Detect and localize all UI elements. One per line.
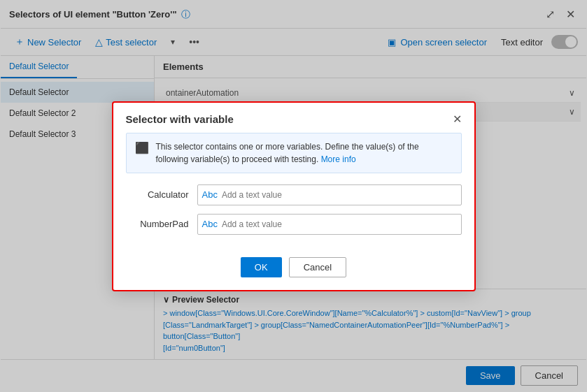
modal-close-button[interactable]: ✕ xyxy=(453,112,462,126)
modal-footer: OK Cancel xyxy=(113,254,474,290)
modal-selector-variable: Selector with variable ✕ ⬛ This selector… xyxy=(112,101,476,291)
numberpad-input[interactable] xyxy=(222,219,457,229)
text-field-icon-numberpad: Abc xyxy=(202,219,218,229)
modal-cancel-button[interactable]: Cancel xyxy=(289,257,346,277)
field-input-wrap-calculator: Abc xyxy=(197,184,462,205)
field-input-wrap-numberpad: Abc xyxy=(197,214,462,235)
modal-info-box: ⬛ This selector contains one or more var… xyxy=(126,133,462,173)
modal-header: Selector with variable ✕ xyxy=(113,103,474,133)
text-field-icon-calculator: Abc xyxy=(202,189,218,200)
more-info-link[interactable]: More info xyxy=(321,154,356,164)
modal-fields: Calculator Abc NumberPad Abc xyxy=(113,182,474,254)
modal-info-text: This selector contains one or more varia… xyxy=(156,140,453,166)
modal-overlay: Selector with variable ✕ ⬛ This selector… xyxy=(1,1,586,391)
field-row-numberpad: NumberPad Abc xyxy=(126,214,462,235)
field-label-numberpad: NumberPad xyxy=(126,219,189,229)
calculator-input[interactable] xyxy=(222,190,457,200)
modal-title: Selector with variable xyxy=(126,113,234,125)
info-box-icon: ⬛ xyxy=(135,141,149,154)
field-row-calculator: Calculator Abc xyxy=(126,184,462,205)
field-label-calculator: Calculator xyxy=(126,189,189,200)
main-window: Selectors of UI element "Button 'Zero'" … xyxy=(0,0,587,392)
modal-ok-button[interactable]: OK xyxy=(241,257,282,277)
